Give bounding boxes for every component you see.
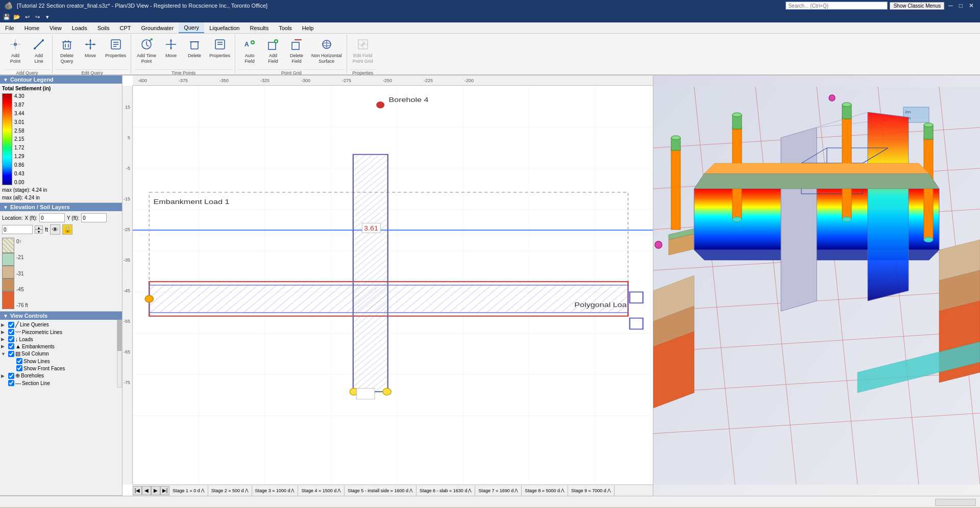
stage-prev-button[interactable]: ◀ (142, 486, 151, 495)
expand-piezometric[interactable]: ▶ (1, 329, 7, 335)
expand-boreholes[interactable]: ▶ (1, 373, 7, 378)
delete-time-button[interactable]: Delete (183, 37, 206, 67)
loads-icon: ↓ (15, 336, 18, 342)
menu-tools[interactable]: Tools (274, 22, 297, 33)
menu-liquefaction[interactable]: Liquefaction (204, 22, 244, 33)
search-input[interactable] (786, 2, 888, 10)
properties-edit-button[interactable]: Properties (103, 37, 129, 67)
tree-item-piezometric[interactable]: ▶ 〰 Piezometric Lines (1, 328, 116, 336)
menu-view[interactable]: View (44, 22, 67, 33)
stage-last-button[interactable]: ▶| (160, 486, 169, 495)
expand-loads[interactable]: ▶ (1, 337, 7, 342)
stage-7[interactable]: Stage 7 = 1690 d ⋀ (475, 486, 522, 496)
eye-button[interactable]: 👁 (50, 224, 60, 235)
move-time-button[interactable]: Move (160, 37, 182, 67)
expand-embankments[interactable]: ▶ (1, 344, 7, 349)
center-viewport[interactable]: -400 -375 -350 -325 -300 -275 -250 -225 … (122, 75, 653, 496)
tree-item-soil-column[interactable]: ▼ ▤ Soil Column (1, 350, 116, 358)
checkbox-soil-column[interactable] (8, 351, 14, 357)
legend-val-8: 3.44 (14, 111, 24, 116)
tree-item-section-line[interactable]: — Section Line (1, 379, 116, 387)
stage-9[interactable]: Stage 9 = 7000 d ⋀ (568, 486, 615, 496)
restore-button[interactable]: □ (957, 2, 965, 9)
expand-line-queries[interactable]: ▶ (1, 322, 7, 327)
tree-item-boreholes[interactable]: ▶ ⊕ Boreholes (1, 372, 116, 379)
spin-up-button[interactable]: ▲ (35, 225, 43, 230)
scrollbar-thumb[interactable] (117, 320, 121, 351)
tree-item-show-front-faces[interactable]: Show Front Faces (1, 365, 116, 372)
properties-time-button[interactable]: Properties (207, 37, 233, 67)
stage-8[interactable]: Stage 8 = 5000 d ⋀ (522, 486, 568, 496)
delete-query-button[interactable]: DeleteQuery (56, 37, 78, 67)
menu-help[interactable]: Help (297, 22, 319, 33)
tree-item-loads[interactable]: ▶ ↓ Loads (1, 336, 116, 343)
stage-first-button[interactable]: |◀ (133, 486, 142, 495)
checkbox-line-queries[interactable] (8, 322, 14, 328)
x-input[interactable] (39, 213, 65, 222)
checkbox-embankments[interactable] (8, 343, 14, 349)
view-controls-header[interactable]: ▼ View Controls (0, 312, 122, 320)
menu-loads[interactable]: Loads (67, 22, 92, 33)
stage-2[interactable]: Stage 2 = 500 d ⋀ (208, 486, 252, 496)
checkbox-boreholes[interactable] (8, 373, 14, 379)
checkbox-show-front-faces[interactable] (16, 365, 22, 371)
add-line-button[interactable]: AddLine (28, 37, 50, 67)
expand-soil-column[interactable]: ▼ (1, 351, 7, 357)
classic-menus-button[interactable]: Show Classic Menus (890, 2, 944, 10)
menu-query[interactable]: Query (179, 22, 204, 33)
close-button[interactable]: ✕ (967, 2, 976, 9)
contour-legend-header[interactable]: ▼ Contour Legend (0, 75, 122, 84)
elevation-header[interactable]: ▼ Elevation / Soil Layers (0, 203, 122, 211)
stage-5[interactable]: Stage 5 - install side = 1600 d ⋀ (345, 486, 416, 496)
right-handle-2[interactable] (630, 318, 643, 329)
y-input[interactable] (81, 213, 107, 222)
show-front-faces-label: Show Front Faces (23, 366, 65, 371)
menu-soils[interactable]: Soils (92, 22, 115, 33)
checkbox-loads[interactable] (8, 336, 14, 342)
elevation-input[interactable] (2, 225, 33, 234)
canvas-2d[interactable]: Borehole 4 Embankment Load 1 Polygonal L… (133, 86, 653, 485)
lock-button[interactable]: 🔒 (62, 224, 72, 235)
stage-1[interactable]: Stage 1 = 0 d ⋀ (169, 486, 208, 496)
borehole-4-marker[interactable] (376, 101, 384, 108)
menu-home[interactable]: Home (19, 22, 44, 33)
stage-next-button[interactable]: ▶ (151, 486, 160, 495)
svg-rect-6 (63, 42, 70, 49)
delete-field-button[interactable]: DeleteField (285, 37, 308, 67)
undo-quick-button[interactable]: ↩ (22, 12, 32, 21)
menu-results[interactable]: Results (244, 22, 274, 33)
tree-item-line-queries[interactable]: ▶ ╱ Line Queries (1, 321, 116, 328)
stage-4[interactable]: Stage 4 = 1500 d ⋀ (298, 486, 345, 496)
soil-layer-3 (2, 278, 14, 291)
svg-rect-36 (268, 42, 276, 49)
auto-field-button[interactable]: A AutoField (238, 37, 261, 67)
add-time-point-button[interactable]: Add TimePoint (134, 37, 159, 67)
right-handle[interactable] (630, 292, 643, 303)
tree-item-show-lines[interactable]: Show Lines (1, 358, 116, 365)
add-field-button[interactable]: AddField (262, 37, 284, 67)
3d-view[interactable]: 2m 2m (653, 75, 980, 496)
minimize-button[interactable]: ─ (946, 2, 955, 9)
menu-file[interactable]: File (0, 22, 19, 33)
open-quick-button[interactable]: 📂 (12, 12, 21, 21)
spin-down-button[interactable]: ▼ (35, 230, 43, 234)
save-quick-button[interactable]: 💾 (2, 12, 11, 21)
edit-field-point-grid-button[interactable]: Edit FieldPoint Grid (350, 37, 376, 67)
dropdown-quick-button[interactable]: ▾ (43, 12, 52, 21)
checkbox-show-lines[interactable] (16, 358, 22, 364)
add-point-button[interactable]: AddPoint (4, 37, 27, 67)
stage-3[interactable]: Stage 3 = 1000 d ⋀ (252, 486, 299, 496)
checkbox-piezometric[interactable] (8, 329, 14, 335)
move-time-icon (165, 38, 177, 52)
tree-item-embankments[interactable]: ▶ ▲ Embankments (1, 343, 116, 350)
menu-cpt[interactable]: CPT (115, 22, 136, 33)
view-controls-scrollbar[interactable] (117, 320, 122, 388)
redo-quick-button[interactable]: ↪ (33, 12, 42, 21)
stage-6[interactable]: Stage 6 - slab = 1630 d ⋀ (416, 486, 475, 496)
move-button[interactable]: Move (79, 37, 102, 67)
bottom-anchor-2[interactable] (383, 388, 391, 395)
checkbox-section-line[interactable] (8, 380, 14, 386)
non-horizontal-button[interactable]: Non HorizontalSurface (309, 37, 345, 67)
menu-groundwater[interactable]: Groundwater (136, 22, 179, 33)
left-anchor[interactable] (145, 295, 153, 302)
